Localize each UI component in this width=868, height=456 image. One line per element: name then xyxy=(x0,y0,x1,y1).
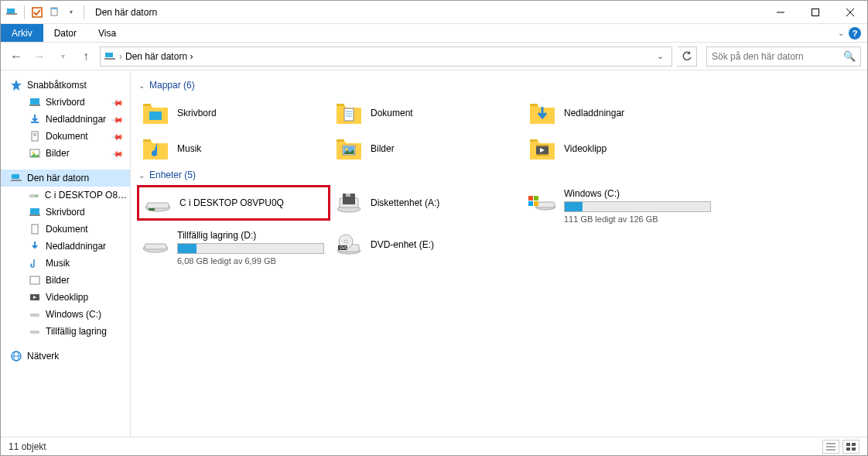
drive-tile[interactable]: C i DESKTOP O8VPU0Q xyxy=(137,185,330,221)
desktop-icon xyxy=(29,96,41,108)
sidebar-item[interactable]: Tillfällig lagring xyxy=(1,323,130,340)
drive-icon xyxy=(528,191,556,213)
svg-rect-12 xyxy=(30,98,39,105)
capacity-bar xyxy=(564,201,711,212)
svg-rect-6 xyxy=(812,9,818,15)
svg-rect-64 xyxy=(534,196,538,201)
nav-tree[interactable]: Snabbåtkomst Skrivbord 📌 Nedladdningar 📌… xyxy=(1,70,131,437)
drive-tile[interactable]: Diskettenhet (A:) xyxy=(330,185,524,221)
sidebar-item-bilder[interactable]: Bilder 📌 xyxy=(1,145,130,162)
svg-rect-31 xyxy=(30,331,39,334)
svg-rect-80 xyxy=(846,447,850,451)
capacity-text: 111 GB ledigt av 126 GB xyxy=(564,214,713,224)
drive-label: Windows (C:) xyxy=(564,188,713,199)
svg-rect-51 xyxy=(536,145,548,146)
folder-tile[interactable]: Skrivbord xyxy=(137,95,330,131)
sidebar-item[interactable]: Musik xyxy=(1,255,130,272)
folder-label: Nedladdningar xyxy=(564,108,624,118)
svg-rect-13 xyxy=(29,105,40,106)
sidebar-item[interactable]: Windows (C:) xyxy=(1,306,130,323)
folder-icon xyxy=(528,135,556,163)
folder-label: Skrivbord xyxy=(177,108,217,118)
folder-icon xyxy=(528,99,556,127)
address-bar[interactable]: › Den här datorn › ⌄ xyxy=(100,46,672,67)
svg-rect-60 xyxy=(346,194,350,197)
sidebar-this-pc[interactable]: Den här datorn xyxy=(1,170,130,187)
tab-arkiv[interactable]: Arkiv xyxy=(1,24,43,42)
close-button[interactable] xyxy=(832,1,867,23)
tab-dator[interactable]: Dator xyxy=(43,24,87,42)
sidebar-item[interactable]: Skrivbord xyxy=(1,204,130,221)
up-button[interactable]: ↑ xyxy=(77,47,95,66)
pictures-icon xyxy=(29,147,41,159)
search-box[interactable]: 🔍 xyxy=(706,46,861,67)
svg-rect-78 xyxy=(846,443,850,446)
svg-rect-35 xyxy=(143,104,151,106)
sidebar-network[interactable]: Nätverk xyxy=(1,348,130,365)
folder-tile[interactable]: Dokument xyxy=(330,95,524,131)
drive-label: C i DESKTOP O8VPU0Q xyxy=(179,197,284,208)
help-icon[interactable]: ? xyxy=(849,27,861,39)
svg-rect-4 xyxy=(51,8,57,9)
group-header-folders[interactable]: ⌄ Mappar (6) xyxy=(137,80,861,91)
svg-rect-20 xyxy=(11,180,22,181)
svg-rect-38 xyxy=(344,108,354,121)
folder-tile[interactable]: Bilder xyxy=(330,131,524,166)
sidebar-item-dokument[interactable]: Dokument 📌 xyxy=(1,128,130,145)
svg-rect-43 xyxy=(143,139,151,142)
drive-label: Tillfällig lagring (D:) xyxy=(177,230,326,241)
tiles-view-button[interactable] xyxy=(842,440,859,454)
drive-tile[interactable]: Tillfällig lagring (D:)6,08 GB ledigt av… xyxy=(137,227,330,269)
qat-dropdown-icon[interactable] xyxy=(46,5,62,20)
refresh-button[interactable] xyxy=(677,46,697,67)
pin-icon: 📌 xyxy=(111,96,124,108)
maximize-button[interactable] xyxy=(798,1,832,23)
document-icon xyxy=(29,223,41,235)
recent-dropdown[interactable]: ▾ xyxy=(53,47,72,66)
drive-tile[interactable]: DVDDVD-enhet (E:) xyxy=(330,227,524,262)
sidebar-item[interactable]: Dokument xyxy=(1,221,130,238)
drive-tile[interactable]: Windows (C:)111 GB ledigt av 126 GB xyxy=(524,185,717,227)
sidebar-item[interactable]: Bilder xyxy=(1,272,130,289)
content-area: ⌄ Mappar (6) SkrivbordDokumentNedladdnin… xyxy=(131,70,867,437)
tab-visa[interactable]: Visa xyxy=(87,24,127,42)
details-view-button[interactable] xyxy=(822,440,839,454)
back-button[interactable]: ← xyxy=(7,47,26,66)
folder-icon xyxy=(335,135,363,163)
folder-tile[interactable]: Videoklipp xyxy=(524,131,717,166)
svg-rect-79 xyxy=(852,443,856,446)
sidebar-item[interactable]: Videoklipp xyxy=(1,289,130,306)
folder-tile[interactable]: Musik xyxy=(137,131,330,166)
svg-rect-22 xyxy=(29,194,39,197)
svg-rect-66 xyxy=(534,201,538,206)
disk-icon xyxy=(29,325,41,338)
breadcrumb[interactable]: Den här datorn › xyxy=(125,51,648,62)
ribbon-collapse-icon[interactable]: ⌄ xyxy=(838,29,844,37)
drive-label: Diskettenhet (A:) xyxy=(371,197,439,208)
sidebar-quick-access[interactable]: Snabbåtkomst xyxy=(1,77,130,94)
folder-tile[interactable]: Nedladdningar xyxy=(524,95,717,131)
svg-rect-56 xyxy=(149,208,155,211)
sidebar-item[interactable]: Nedladdningar xyxy=(1,238,130,255)
properties-icon[interactable] xyxy=(29,5,45,20)
sidebar-item[interactable]: C i DESKTOP O8VPU xyxy=(1,187,130,204)
qat-sep xyxy=(24,5,25,19)
chevron-down-icon[interactable]: ⌄ xyxy=(137,81,146,90)
chevron-down-icon[interactable]: ▾ xyxy=(63,5,79,20)
search-input[interactable] xyxy=(712,51,843,62)
svg-point-72 xyxy=(344,240,347,243)
address-dropdown-icon[interactable]: ⌄ xyxy=(651,51,668,61)
pc-icon xyxy=(104,50,116,63)
svg-rect-30 xyxy=(30,314,39,317)
desktop-icon xyxy=(29,206,41,218)
group-header-drives[interactable]: ⌄ Enheter (5) xyxy=(137,170,861,180)
search-icon[interactable]: 🔍 xyxy=(843,50,856,62)
sidebar-item-nedladdningar[interactable]: Nedladdningar 📌 xyxy=(1,111,130,128)
minimize-button[interactable] xyxy=(763,1,798,23)
video-icon xyxy=(29,291,41,303)
sidebar-item-skrivbord[interactable]: Skrivbord 📌 xyxy=(1,94,130,111)
document-icon xyxy=(29,130,41,142)
forward-button[interactable]: → xyxy=(30,47,49,66)
svg-rect-24 xyxy=(30,208,39,214)
chevron-down-icon[interactable]: ⌄ xyxy=(137,171,146,180)
